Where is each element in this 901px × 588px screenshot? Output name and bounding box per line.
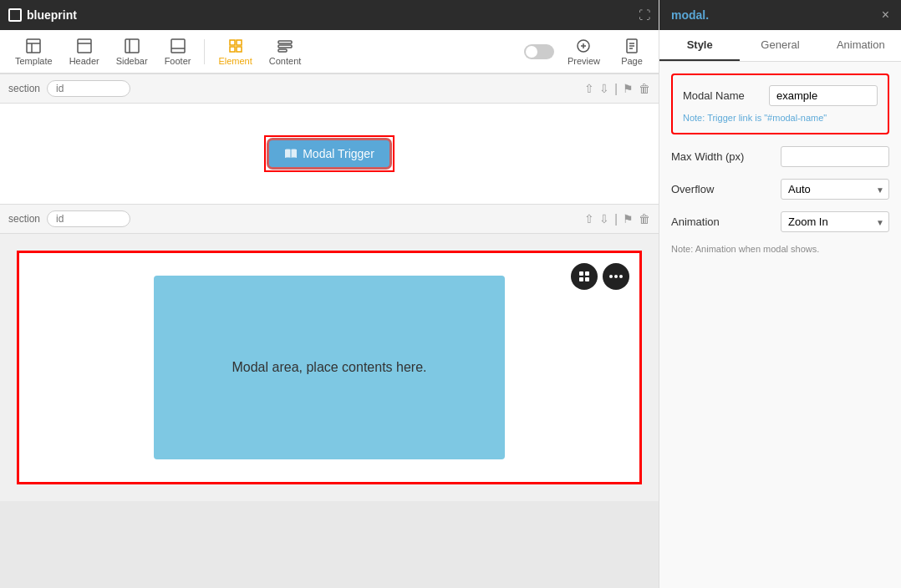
toolbar-footer[interactable]: Footer (158, 34, 198, 69)
toolbar-sidebar[interactable]: Sidebar (109, 34, 155, 69)
delete-icon-2[interactable]: 🗑 (639, 212, 650, 226)
tab-animation[interactable]: Animation (821, 30, 901, 61)
toolbar-separator-1 (204, 39, 205, 64)
modal-name-input[interactable] (769, 85, 878, 106)
move-down-icon-1[interactable]: ⇩ (599, 82, 609, 95)
svg-rect-5 (125, 39, 139, 53)
tab-style-label: Style (687, 38, 713, 51)
delete-icon-1[interactable]: 🗑 (639, 82, 650, 95)
toolbar-header[interactable]: Header (63, 34, 106, 69)
section-actions-1: ⇧ ⇩ | ⚑ 🗑 (584, 82, 650, 95)
toolbar-preview[interactable]: Preview (561, 34, 607, 69)
toolbar-element[interactable]: Element (211, 34, 258, 69)
sidebar-icon (124, 38, 140, 54)
toolbar-template[interactable]: Template (8, 34, 59, 69)
element-icon (227, 38, 244, 54)
svg-rect-22 (579, 271, 583, 276)
preview-toggle[interactable] (524, 44, 554, 59)
section-id-input-2[interactable] (47, 210, 130, 227)
toolbar-content[interactable]: Content (262, 34, 308, 69)
panel-tabs: Style General Animation (659, 30, 901, 62)
move-up-icon-2[interactable]: ⇧ (584, 212, 594, 226)
toolbar-content-label: Content (269, 56, 302, 66)
overflow-select-wrapper: Auto Hidden Scroll ▼ (781, 179, 889, 200)
overflow-row: Overflow Auto Hidden Scroll ▼ (671, 179, 889, 200)
section-label-1: section (8, 83, 40, 94)
section-label-2: section (8, 213, 40, 225)
right-panel-title-text: modal (671, 8, 705, 22)
toolbar-right: Preview Page (524, 34, 650, 69)
max-width-input[interactable] (781, 146, 889, 167)
right-panel-dot: . (705, 8, 709, 22)
toolbar-element-label: Element (218, 56, 252, 66)
svg-point-28 (619, 275, 623, 278)
svg-point-26 (609, 275, 613, 278)
footer-icon (170, 38, 186, 54)
separator-icon-1: | (614, 82, 618, 95)
svg-rect-12 (237, 47, 242, 52)
template-icon (25, 38, 42, 54)
section-bar-1: section ⇧ ⇩ | ⚑ 🗑 (0, 74, 659, 104)
move-up-icon-1[interactable]: ⇧ (584, 82, 594, 95)
modal-name-label: Modal Name (683, 89, 745, 102)
svg-point-27 (614, 275, 618, 278)
modal-icon-button[interactable] (571, 263, 598, 290)
canvas: section ⇧ ⇩ | ⚑ 🗑 Modal Trigger (0, 74, 659, 588)
tab-style[interactable]: Style (659, 30, 740, 61)
max-width-label: Max Width (px) (671, 150, 744, 163)
move-down-icon-2[interactable]: ⇩ (599, 212, 609, 226)
modal-overlay-buttons (571, 263, 629, 290)
app-title: blueprint (27, 8, 77, 22)
toolbar-template-label: Template (15, 56, 53, 66)
settings-icon-2[interactable]: ⚑ (623, 212, 634, 226)
toolbar-sidebar-label: Sidebar (116, 56, 148, 66)
section-id-input-1[interactable] (47, 80, 130, 97)
toolbar: Template Header Sidebar Footer (0, 30, 659, 74)
modal-name-group: Modal Name Note: Trigger link is "#modal… (671, 74, 889, 134)
page-icon (624, 38, 640, 54)
overflow-label: Overflow (671, 183, 714, 195)
tab-general[interactable]: General (740, 30, 820, 61)
svg-rect-14 (278, 45, 292, 48)
left-panel: blueprint ⛶ Template Header (0, 0, 659, 588)
animation-label: Animation (671, 215, 720, 228)
modal-name-row: Modal Name (683, 85, 878, 106)
modal-trigger-button[interactable]: Modal Trigger (269, 140, 389, 167)
toolbar-header-label: Header (69, 56, 99, 66)
svg-rect-9 (230, 40, 235, 45)
dots-icon (609, 275, 623, 278)
animation-select[interactable]: Zoom In Fade Slide (781, 211, 889, 232)
overflow-select[interactable]: Auto Hidden Scroll (781, 179, 889, 200)
section-content-2: Modal area, place contents here. (17, 251, 642, 484)
header-icon (76, 38, 93, 54)
section-bar-2: section ⇧ ⇩ | ⚑ 🗑 (0, 204, 659, 234)
svg-rect-15 (278, 49, 287, 52)
more-options-button[interactable] (603, 263, 629, 290)
settings-icon-1[interactable]: ⚑ (623, 82, 634, 95)
svg-rect-0 (27, 39, 40, 53)
animation-select-wrapper: Zoom In Fade Slide ▼ (781, 211, 889, 232)
toolbar-page[interactable]: Page (613, 34, 650, 69)
svg-rect-10 (237, 40, 242, 45)
top-bar: blueprint ⛶ (0, 0, 659, 30)
animation-row: Animation Zoom In Fade Slide ▼ (671, 211, 889, 232)
section-content-2-wrapper: Modal area, place contents here. (0, 234, 659, 501)
app-title-area: blueprint (8, 8, 77, 22)
right-panel-title: modal. (671, 8, 709, 22)
animation-note: Note: Animation when modal shows. (671, 244, 889, 254)
expand-icon[interactable]: ⛶ (639, 8, 650, 22)
content-icon (277, 38, 293, 54)
preview-icon (575, 38, 592, 54)
right-panel-header: modal. × (659, 0, 901, 30)
right-panel: modal. × Style General Animation Modal N… (659, 0, 901, 588)
layout-icon (578, 270, 591, 283)
close-button[interactable]: × (882, 8, 889, 23)
max-width-row: Max Width (px) (671, 146, 889, 167)
tab-general-label: General (761, 38, 799, 51)
svg-rect-7 (171, 39, 185, 53)
section-actions-2: ⇧ ⇩ | ⚑ 🗑 (584, 212, 650, 226)
toolbar-footer-label: Footer (165, 56, 191, 66)
app-icon (8, 8, 22, 22)
tab-animation-label: Animation (837, 38, 885, 51)
svg-rect-24 (579, 277, 583, 281)
